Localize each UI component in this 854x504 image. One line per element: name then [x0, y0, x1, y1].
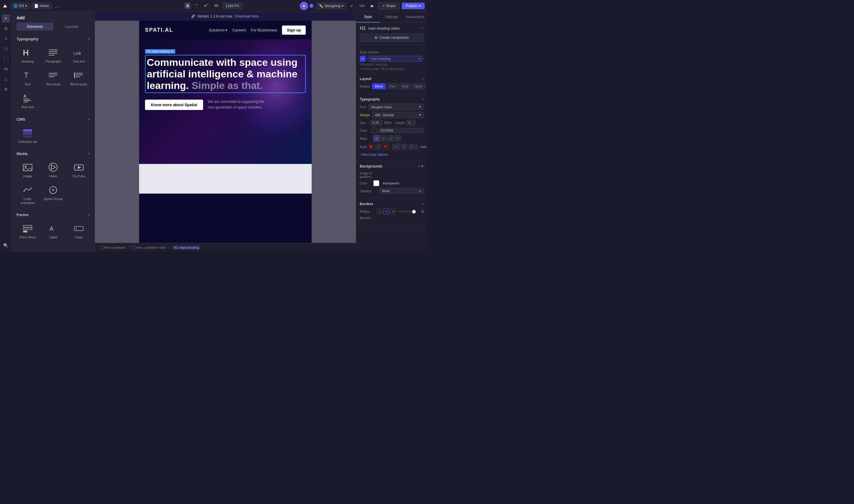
tab-elements[interactable]: Elements	[17, 22, 53, 31]
paragraph-element[interactable]: Paragraph	[41, 44, 65, 66]
block-quote-element[interactable]: Block quote	[67, 67, 91, 89]
align-right[interactable]: ≡	[388, 135, 394, 142]
tab-layouts[interactable]: Layouts	[53, 22, 90, 31]
mode-selector[interactable]: ✏️ Designing ▾	[316, 3, 346, 9]
nav-solutions[interactable]: Solutions ▾	[209, 28, 228, 32]
layout-section: Layout ▾ Display Block Flex Grid None	[356, 74, 427, 94]
nav-careers[interactable]: Careers	[232, 28, 246, 32]
italic2-btn[interactable]: T	[401, 144, 407, 150]
breadcrumb-separator: ›	[128, 245, 129, 250]
display-flex[interactable]: Flex	[387, 83, 398, 89]
borders-expand-icon: ▾	[422, 202, 424, 206]
apps-icon[interactable]: ⊕	[2, 85, 10, 93]
publish-button[interactable]: Publish ▾	[402, 3, 425, 9]
clipping-selector[interactable]: None ▾	[379, 188, 424, 194]
add-panel-icon[interactable]: +	[2, 14, 10, 22]
rich-text-element[interactable]: A Rich text	[15, 90, 40, 111]
selector-tag-box[interactable]: main-heading ▾	[368, 56, 424, 62]
label-element[interactable]: A Label	[41, 220, 65, 241]
font-selector[interactable]: Hiragino Sans ▾	[369, 104, 424, 110]
layout-section-header[interactable]: Layout ▾	[360, 77, 424, 81]
desktop-device-btn[interactable]: 🖥	[184, 2, 191, 9]
tab-settings[interactable]: Settings	[380, 12, 404, 22]
form-block-element[interactable]: Form block	[15, 220, 40, 241]
code-view-button[interactable]: </>	[358, 2, 367, 9]
text-block-element[interactable]: Text block	[41, 67, 65, 89]
forms-section-header[interactable]: Forms ▾	[12, 210, 94, 219]
color-swatch[interactable]	[372, 127, 377, 133]
mobile-device-btn[interactable]: 📲	[203, 2, 210, 9]
bg-color-swatch[interactable]	[373, 180, 379, 186]
radius-all-icon[interactable]: ◻	[376, 209, 382, 214]
hero-cta-button[interactable]: Know more about Spatial	[145, 100, 203, 110]
create-component-button[interactable]: ⊞ Create component	[360, 34, 424, 42]
more-options[interactable]: ...	[54, 3, 59, 8]
align-left[interactable]: ≡	[373, 135, 379, 142]
align-center[interactable]: ≡	[380, 135, 387, 142]
input-element[interactable]: Input	[67, 220, 91, 241]
display-block[interactable]: Block	[372, 83, 386, 89]
tab-style[interactable]: Style	[356, 12, 380, 22]
size-input[interactable]	[370, 120, 382, 126]
assets-icon[interactable]: ◻	[2, 44, 10, 53]
spline-element[interactable]: Spline Scene	[41, 182, 65, 207]
tablet-device-btn[interactable]: 📱	[193, 2, 200, 9]
radius-individual-icon[interactable]: ⊡	[384, 209, 389, 214]
banner-link[interactable]: Download here.	[235, 14, 260, 18]
superscript-btn[interactable]: T↑	[392, 144, 400, 150]
breadcrumb-hero-container[interactable]: hero-container	[100, 246, 125, 249]
height-input[interactable]	[407, 120, 415, 126]
share-button[interactable]: ↗ Share	[378, 2, 399, 10]
text-link-element[interactable]: Link Text link	[67, 44, 91, 66]
clipping-value: None	[382, 189, 390, 193]
borders-header[interactable]: Borders ▾	[360, 202, 424, 206]
align-justify[interactable]: ≡	[395, 135, 401, 142]
language-selector[interactable]: 🌐 EN ▾	[11, 3, 30, 9]
nav-signup-button[interactable]: Sign up	[282, 25, 306, 35]
cms-section-header[interactable]: CMS ▾	[12, 114, 94, 123]
backgrounds-header[interactable]: Backgrounds ▾ +	[360, 164, 424, 169]
more-style-btn[interactable]: T…	[409, 144, 418, 150]
strikethrough-btn[interactable]: S̶	[368, 144, 374, 150]
backgrounds-add-button[interactable]: +	[421, 164, 424, 169]
display-none[interactable]: None	[412, 83, 425, 89]
canvas-size-display[interactable]: 1164 PX	[223, 3, 243, 9]
form-block-label: Form block	[20, 235, 36, 239]
radius-slider-icon[interactable]: ⊟	[391, 209, 396, 214]
cms-icon[interactable]: ⋮⋮	[2, 55, 10, 63]
page-selector[interactable]: 📄 Home	[32, 3, 52, 9]
app-logo[interactable]	[2, 3, 8, 8]
media-section-header[interactable]: Media ▾	[12, 148, 94, 158]
hero-section: H1 main-heading ⚙ Communicate with space…	[139, 39, 312, 164]
search-icon[interactable]: 🔍	[2, 241, 10, 250]
breadcrumb-hero-container-right[interactable]: hero_container-right	[132, 246, 165, 249]
display-grid[interactable]: Grid	[399, 83, 411, 89]
image-element[interactable]: Image	[15, 159, 40, 181]
italic-btn[interactable]: I	[375, 144, 380, 150]
typography-panel-header[interactable]: Typography ▾	[360, 97, 424, 102]
lottie-element[interactable]: Lottie animation	[15, 182, 40, 207]
more-type-options[interactable]: › More type options	[360, 151, 424, 158]
ecommerce-icon[interactable]: 🛍	[2, 65, 10, 73]
color-input[interactable]	[378, 128, 424, 133]
logic-icon[interactable]: △	[2, 75, 10, 83]
radius-slider[interactable]	[398, 211, 416, 212]
underline-x-btn[interactable]: ✕	[382, 144, 389, 150]
style-more-options[interactable]: ···	[420, 26, 424, 31]
layers-icon[interactable]: ≡	[2, 34, 10, 43]
text-element[interactable]: T Text	[15, 67, 40, 89]
collection-list-element[interactable]: Collection list	[15, 125, 40, 146]
tab-interactions[interactable]: Interactions	[403, 12, 427, 22]
weight-selector[interactable]: 400 - Normal ▾	[372, 112, 424, 118]
pages-icon[interactable]: ⊞	[2, 24, 10, 33]
check-button[interactable]: ✓	[349, 2, 355, 9]
typography-section-header[interactable]: Typography ▾	[12, 34, 94, 43]
nav-for-businesses[interactable]: For Businesses	[251, 28, 278, 32]
small-mobile-device-btn[interactable]: 📟	[213, 2, 220, 9]
youtube-element[interactable]: YouTube	[67, 159, 91, 181]
video-element[interactable]: Video	[41, 159, 65, 181]
preview-button[interactable]: ▶	[369, 2, 376, 9]
breadcrumb-main-heading[interactable]: H1 main-heading	[172, 245, 201, 250]
selected-heading-box[interactable]: Communicate with space using artificial …	[145, 55, 306, 93]
heading-element[interactable]: H Heading	[15, 44, 40, 66]
